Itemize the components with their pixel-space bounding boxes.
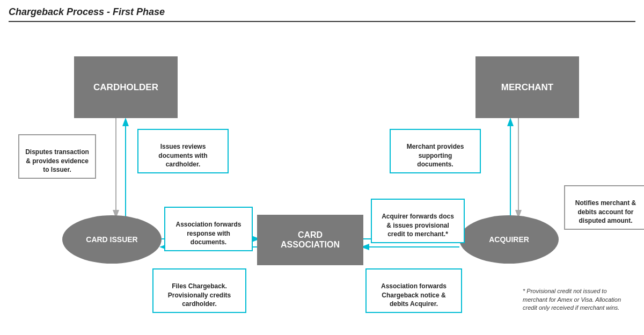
merchant-provides-box: Merchant provides supporting documents. [390,129,481,173]
card-association-entity: CARD ASSOCIATION [257,215,363,265]
issues-reviews-box: Issues reviews documents with cardholder… [137,129,229,173]
acquirer-entity: ACQUIRER [459,215,559,264]
files-chargeback-box: Files Chargeback. Provisionally credits … [152,268,246,313]
association-forwards-chargeback-box: Association forwards Chargeback notice &… [365,268,462,313]
title-divider [9,21,635,22]
page-container: Chargeback Process - First Phase [0,0,644,335]
association-forwards-box: Association forwards response with docum… [164,207,253,251]
notifies-merchant-box: Notifies merchant & debits account for d… [564,185,644,230]
cardholder-entity: CARDHOLDER [74,56,178,118]
disputes-box: Disputes transaction & provides evidence… [18,134,96,179]
diagram-area: CARDHOLDER MERCHANT CARD ISSUER CARD ASS… [9,24,635,330]
acquirer-forwards-box: Acquirer forwards docs & issues provisio… [371,199,465,243]
footnote: * Provisional credit not issued to merch… [523,279,638,312]
page-title: Chargeback Process - First Phase [9,6,635,18]
card-issuer-entity: CARD ISSUER [62,215,162,264]
merchant-entity: MERCHANT [475,56,579,118]
